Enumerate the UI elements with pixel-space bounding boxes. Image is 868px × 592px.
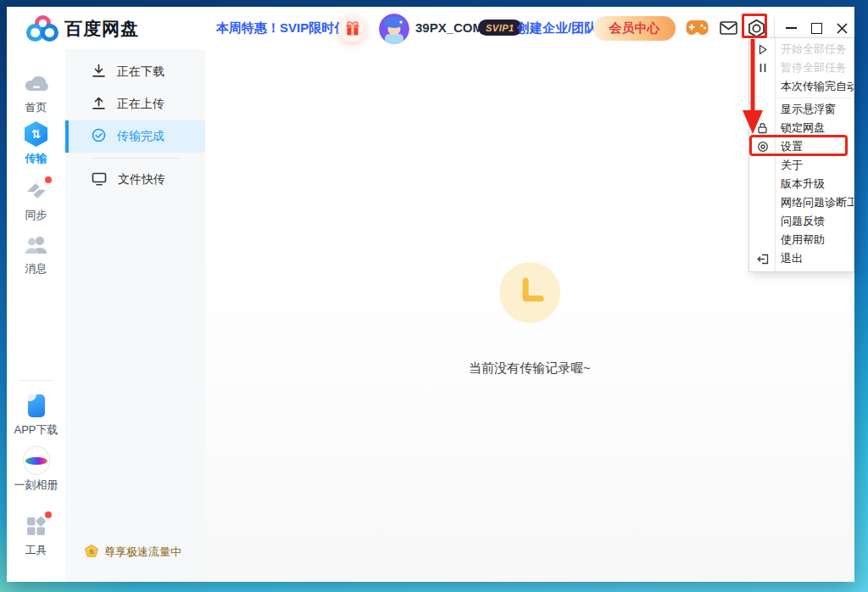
clock-icon: [499, 262, 560, 323]
window-body: 首页 ⇅ 传输 同步: [7, 49, 854, 582]
gift-icon[interactable]: [338, 14, 366, 42]
message-icon: [23, 232, 50, 257]
settings-target-icon: [755, 140, 770, 154]
menu-item-lock-netdisk[interactable]: 锁定网盘: [749, 119, 854, 137]
sidebar-divider: [19, 380, 53, 381]
app-window: 百度网盘 本周特惠！SVIP限时低价: [7, 7, 854, 582]
speed-flow-status: S 尊享极速流量中: [85, 545, 181, 560]
nav-item-downloading[interactable]: 正在下载: [65, 56, 205, 88]
app-title: 百度网盘: [64, 17, 139, 41]
nav-item-quick-transfer[interactable]: 文件快传: [65, 164, 205, 196]
settings-dropdown-menu: 开始全部任务 暂停全部任务 本次传输完自动关机 显示悬浮窗 锁定网盘 设置: [748, 37, 854, 272]
sidebar-item-home[interactable]: 首页: [7, 70, 65, 115]
menu-item-shutdown-after-transfer[interactable]: 本次传输完自动关机: [749, 77, 854, 96]
tools-badge-dot: [45, 511, 52, 518]
menu-item-pause-all-tasks[interactable]: 暂停全部任务: [749, 59, 854, 77]
sync-badge-dot: [45, 176, 52, 183]
sidebar-item-messages[interactable]: 消息: [7, 232, 65, 276]
lock-icon: [755, 121, 770, 135]
gold-speed-icon: S: [85, 545, 98, 560]
logout-icon: [755, 252, 770, 265]
username-label[interactable]: 39PX_COM: [415, 20, 483, 35]
close-button[interactable]: [831, 17, 853, 39]
cloud-icon: [23, 70, 50, 96]
sidebar-item-yike-album[interactable]: 一刻相册: [7, 448, 65, 493]
user-avatar[interactable]: [379, 14, 409, 44]
phone-icon: [23, 393, 50, 418]
sidebar-item-tools[interactable]: 工具: [7, 513, 65, 558]
sidebar-item-app-download[interactable]: APP下载: [7, 393, 65, 438]
play-icon: [755, 42, 770, 56]
menu-item-show-float-window[interactable]: 显示悬浮窗: [749, 100, 854, 119]
sidebar-item-sync[interactable]: 同步: [7, 178, 65, 223]
tools-icon: [23, 513, 50, 539]
create-team-link[interactable]: 创建企业/团队: [517, 20, 597, 36]
upload-icon: [92, 96, 106, 113]
menu-item-network-diagnostic-tool[interactable]: 网络问题诊断工具: [749, 193, 854, 212]
top-bar: 百度网盘 本周特惠！SVIP限时低价: [7, 7, 854, 49]
check-circle-icon: [92, 128, 106, 145]
transfer-icon: ⇅: [23, 121, 50, 147]
minimize-button[interactable]: [780, 17, 802, 39]
menu-separator: [777, 98, 852, 98]
nav-divider: [92, 158, 180, 159]
pause-icon: [755, 61, 770, 75]
left-sidebar: 首页 ⇅ 传输 同步: [7, 49, 65, 582]
sidebar-item-transfer[interactable]: ⇅ 传输: [7, 121, 65, 166]
menu-item-help[interactable]: 使用帮助: [749, 231, 854, 249]
menu-item-settings[interactable]: 设置: [749, 137, 854, 156]
download-icon: [92, 64, 106, 81]
member-center-button[interactable]: 会员中心: [593, 16, 676, 41]
menu-item-start-all-tasks[interactable]: 开始全部任务: [749, 40, 854, 59]
menu-item-version-upgrade[interactable]: 版本升级: [749, 175, 854, 193]
album-icon: [23, 448, 50, 473]
quick-transfer-icon: [92, 172, 107, 188]
sync-icon: [23, 178, 50, 204]
transfer-nav-panel: 正在下载 正在上传 传输完成: [65, 49, 205, 582]
topbar-divider: [774, 19, 775, 37]
menu-item-feedback[interactable]: 问题反馈: [749, 212, 854, 231]
svg-text:S: S: [89, 548, 94, 556]
mail-icon[interactable]: [720, 21, 737, 38]
empty-state: 当前没有传输记录喔~: [469, 262, 591, 377]
svip-badge: SVIP1: [478, 20, 522, 36]
baidu-netdisk-logo-icon: [25, 14, 61, 46]
nav-item-transfer-complete[interactable]: 传输完成: [65, 120, 205, 153]
menu-item-exit[interactable]: 退出: [749, 249, 854, 268]
maximize-button[interactable]: [805, 17, 827, 39]
empty-message: 当前没有传输记录喔~: [469, 360, 591, 377]
menu-item-about[interactable]: 关于: [749, 156, 854, 175]
game-center-icon[interactable]: [686, 19, 709, 40]
nav-item-uploading[interactable]: 正在上传: [65, 88, 205, 120]
